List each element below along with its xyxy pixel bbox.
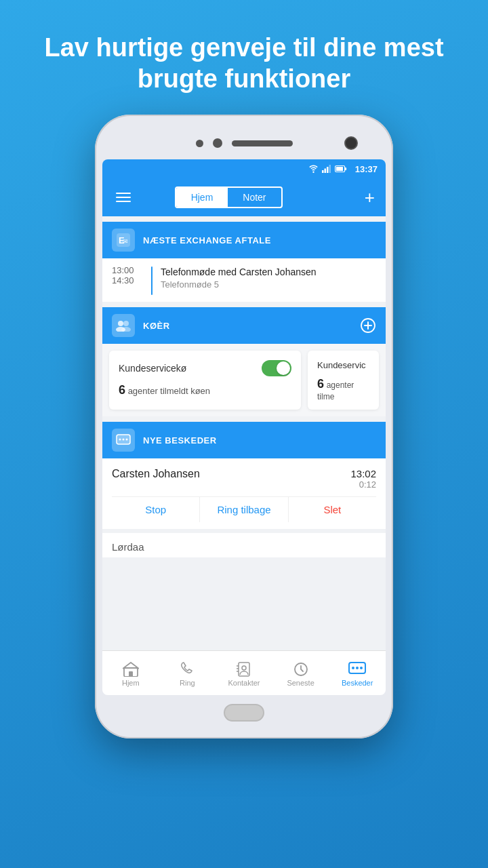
queue-toggle-1[interactable] [262, 360, 291, 376]
battery-icon [335, 165, 347, 173]
message-sender-1: Carsten Johansen [112, 468, 200, 480]
messages-icon [112, 429, 135, 452]
svg-point-10 [118, 321, 123, 326]
phone-icon [180, 662, 195, 677]
status-time: 13:37 [355, 164, 378, 174]
speaker-dot-2 [213, 138, 222, 148]
nav-item-home[interactable]: Hjem [102, 659, 159, 687]
queue-card-1-name: Kundeservicekø [119, 363, 186, 374]
call-back-button[interactable]: Ring tilbage [200, 497, 288, 522]
queue-card-1: Kundeservicekø 6 agenter tilmeldt køen [109, 351, 301, 410]
nav-label-contacts: Kontakter [228, 679, 260, 687]
svg-point-22 [242, 666, 246, 670]
nav-item-ring[interactable]: Ring [159, 659, 216, 687]
queue-count-num-2: 6 [317, 377, 324, 391]
nav-tabs: Hjem Noter [175, 186, 283, 208]
queue-cards-row: Kundeservicekø 6 agenter tilmeldt køen [102, 344, 386, 416]
home-icon [123, 662, 139, 677]
hamburger-line-3 [116, 201, 131, 202]
bottom-nav: Hjem Ring Kontakter [102, 650, 386, 695]
tab-notes[interactable]: Noter [228, 188, 281, 207]
svg-rect-20 [129, 671, 133, 677]
messages-section-title: NYE BESKEDER [143, 435, 217, 446]
svg-text:✉: ✉ [123, 238, 128, 245]
message-duration-1: 0:12 [350, 479, 376, 490]
hamburger-line-1 [116, 193, 131, 194]
svg-rect-1 [324, 169, 326, 174]
nav-bar: Hjem Noter + [102, 178, 386, 216]
svg-rect-2 [327, 167, 329, 173]
queue-card-1-header: Kundeservicekø [119, 360, 291, 376]
phone-screen: 13:37 Hjem Noter + [102, 159, 386, 695]
queue-count-label-1: agenter tilmeldt køen [128, 386, 210, 396]
messages-nav-icon [348, 662, 366, 677]
status-icons [308, 165, 347, 173]
messages-section-header: NYE BESKEDER [102, 422, 386, 458]
toggle-knob-1 [277, 361, 290, 375]
svg-point-11 [123, 321, 129, 326]
queue-card-1-count: 6 agenter tilmeldt køen [119, 383, 291, 397]
nav-label-recent: Seneste [287, 679, 314, 687]
nav-item-messages[interactable]: Beskeder [329, 659, 386, 687]
appointment-details: Telefonmøde med Carsten Johansen Telefon… [161, 265, 317, 290]
speaker-grille [232, 140, 293, 146]
queue-icon [112, 314, 135, 337]
tab-home[interactable]: Hjem [176, 188, 228, 207]
queue-count-num-1: 6 [119, 383, 125, 397]
queue-card-2-name: Kundeservic [317, 360, 366, 370]
headline: Lav hurtige genveje til dine mest brugte… [0, 0, 488, 115]
queue-section-title: KØÈR [143, 321, 170, 331]
queue-card-2: Kundeservic 6 agenter tilme [308, 351, 379, 410]
front-camera [344, 136, 358, 150]
scroll-area: E ✉ NÆSTE EXCHANGE AFTALE 13:00 14:30 Te… [102, 216, 386, 650]
wifi-icon [308, 165, 319, 173]
hamburger-line-2 [116, 197, 131, 198]
queue-card-2-header: Kundeservic [317, 360, 369, 370]
add-button[interactable]: + [365, 189, 375, 206]
signal-icon [322, 165, 331, 173]
contacts-icon [237, 662, 251, 677]
add-queue-button[interactable] [360, 317, 376, 334]
speaker-dot-1 [196, 140, 203, 147]
svg-rect-0 [322, 170, 324, 173]
svg-rect-3 [329, 165, 331, 173]
svg-point-30 [360, 667, 363, 669]
appointment-subtitle: Telefonmøde 5 [161, 279, 317, 290]
nav-label-messages: Beskeder [342, 679, 373, 687]
phone-shell: 13:37 Hjem Noter + [95, 115, 393, 738]
message-time-1: 13:02 [350, 468, 376, 479]
svg-point-17 [123, 439, 125, 441]
message-row-2-partial: Lørdaa [102, 529, 386, 557]
message-actions-1: Stop Ring tilbage Slet [112, 496, 376, 522]
queue-section: KØÈR Kundeservicekø [102, 307, 386, 416]
queue-card-2-count: 6 agenter tilme [317, 377, 369, 401]
message-top-1: Carsten Johansen 13:02 0:12 [112, 468, 376, 490]
hamburger-menu[interactable] [113, 190, 134, 205]
svg-point-18 [126, 439, 128, 441]
svg-point-16 [119, 439, 121, 441]
status-bar: 13:37 [102, 159, 386, 178]
appt-time-end: 14:30 [112, 275, 143, 285]
nav-item-recent[interactable]: Seneste [272, 659, 329, 687]
appointment-divider [151, 267, 152, 295]
queue-section-header: KØÈR [102, 307, 386, 344]
delete-button[interactable]: Slet [289, 497, 376, 522]
svg-point-28 [352, 667, 354, 669]
clock-icon [293, 662, 308, 677]
svg-point-29 [356, 667, 359, 669]
appointment-row: 13:00 14:30 Telefonmøde med Carsten Joha… [102, 258, 386, 302]
nav-item-contacts[interactable]: Kontakter [216, 659, 272, 687]
phone-top-bezel [102, 127, 386, 159]
exchange-section-title: NÆSTE EXCHANGE AFTALE [143, 235, 271, 245]
appointment-times: 13:00 14:30 [112, 265, 143, 285]
stop-button[interactable]: Stop [112, 497, 200, 522]
phone-bottom-bezel [102, 695, 386, 730]
nav-label-ring: Ring [180, 679, 195, 687]
exchange-icon: E ✉ [112, 229, 135, 252]
exchange-section: E ✉ NÆSTE EXCHANGE AFTALE 13:00 14:30 Te… [102, 222, 386, 302]
message-sender-2: Lørdaa [112, 541, 144, 553]
message-row-1: Carsten Johansen 13:02 0:12 Stop Ring ti… [102, 458, 386, 529]
home-button[interactable] [224, 704, 264, 722]
exchange-section-header: E ✉ NÆSTE EXCHANGE AFTALE [102, 222, 386, 258]
nav-label-home: Hjem [122, 679, 140, 687]
